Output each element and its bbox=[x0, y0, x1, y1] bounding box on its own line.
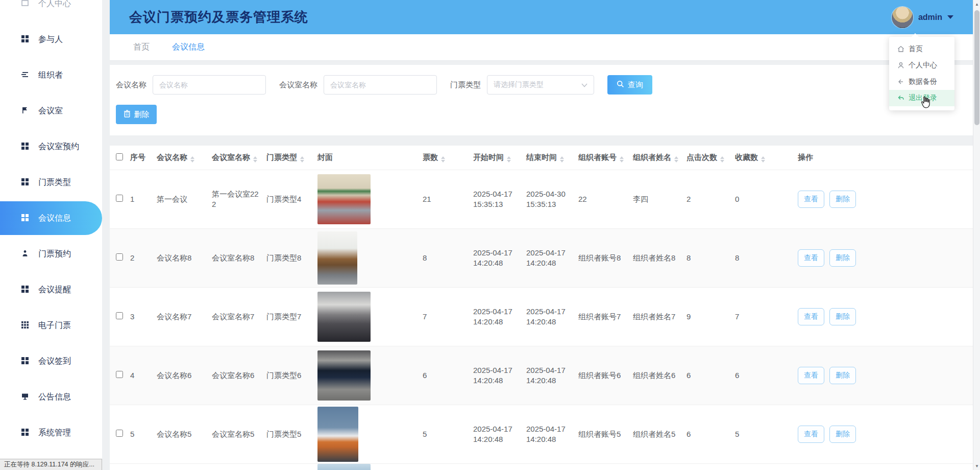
sidebar-item-participants[interactable]: 参与人 bbox=[0, 21, 102, 57]
sort-icon[interactable] bbox=[300, 156, 304, 162]
row-checkbox[interactable] bbox=[116, 312, 123, 319]
grid-icon bbox=[21, 35, 30, 43]
sort-icon[interactable] bbox=[620, 156, 624, 162]
main-area: 会议门票预约及票务管理系统 admin 首页 会议信息 会议名称 会议室名称 门… bbox=[102, 0, 973, 470]
grid-icon bbox=[21, 357, 30, 365]
ticket-type-label: 门票类型 bbox=[450, 80, 481, 90]
ticket-count: 21 bbox=[423, 170, 473, 228]
delete-button[interactable]: 删除 bbox=[829, 426, 856, 443]
menu-item-profile[interactable]: 个人中心 bbox=[889, 57, 954, 74]
sidebar-item-label: 参与人 bbox=[38, 34, 63, 45]
select-all-checkbox[interactable] bbox=[116, 153, 123, 160]
sidebar-item-system-management[interactable]: 系统管理 bbox=[0, 415, 102, 451]
meeting-name: 第一会议 bbox=[157, 194, 212, 204]
scroll-up-arrow[interactable]: ▲ bbox=[973, 0, 980, 8]
sort-icon[interactable] bbox=[507, 156, 511, 162]
sort-icon[interactable] bbox=[674, 156, 678, 162]
sidebar-item-label: 会议信息 bbox=[38, 213, 71, 224]
delete-button[interactable]: 删除 bbox=[829, 191, 856, 208]
chevron-down-icon bbox=[581, 81, 587, 89]
row-checkbox[interactable] bbox=[116, 430, 123, 437]
room-name: 会议室名称5 bbox=[212, 429, 266, 439]
view-button[interactable]: 查看 bbox=[798, 426, 824, 443]
view-button[interactable]: 查看 bbox=[798, 308, 824, 325]
row-checkbox[interactable] bbox=[116, 371, 123, 378]
sort-icon[interactable] bbox=[761, 156, 765, 162]
room-name-label: 会议室名称 bbox=[279, 80, 317, 90]
user-menu-trigger[interactable]: admin bbox=[892, 0, 953, 34]
scrollbar-thumb[interactable] bbox=[974, 10, 979, 125]
sort-icon[interactable] bbox=[441, 156, 445, 162]
click-count: 8 bbox=[687, 228, 735, 287]
col-clicks[interactable]: 点击次数 bbox=[687, 146, 735, 170]
col-organizer-account[interactable]: 组织者账号 bbox=[578, 146, 633, 170]
sort-icon[interactable] bbox=[253, 156, 257, 162]
sidebar-item-profile-partial[interactable]: 个人中心 bbox=[0, 0, 102, 21]
avatar[interactable] bbox=[892, 7, 913, 28]
ticket-type-select[interactable]: 请选择门票类型 bbox=[487, 75, 594, 95]
meeting-name-input[interactable] bbox=[153, 75, 266, 95]
sort-icon[interactable] bbox=[720, 156, 724, 162]
ticket-count: 8 bbox=[423, 228, 473, 287]
sidebar-item-ticket-reservation[interactable]: 门票预约 bbox=[0, 236, 102, 272]
menu-item-label: 首页 bbox=[909, 44, 923, 54]
col-ticket-type[interactable]: 门票类型 bbox=[266, 146, 317, 170]
table-header-row: 序号 会议名称 会议室名称 门票类型 封面 票数 开始时间 结束时间 组织者账号… bbox=[110, 146, 973, 170]
delete-button[interactable]: 删除 bbox=[829, 308, 856, 325]
sidebar-item-meeting-reminders[interactable]: 会议提醒 bbox=[0, 272, 102, 308]
room-name-input[interactable] bbox=[324, 75, 437, 95]
favorite-count: 7 bbox=[735, 287, 798, 346]
start-time: 2025-04-1714:20:48 bbox=[473, 365, 526, 386]
col-organizer-name[interactable]: 组织者姓名 bbox=[633, 146, 687, 170]
start-time: 2025-04-1714:20:48 bbox=[473, 248, 526, 268]
search-button[interactable]: 查询 bbox=[607, 75, 652, 95]
tab-home[interactable]: 首页 bbox=[133, 42, 150, 53]
table-row: 1 第一会议 第一会议室222 门票类型4 21 2025-04-1715:35… bbox=[110, 170, 973, 228]
meeting-name: 会议名称5 bbox=[157, 429, 212, 439]
view-button[interactable]: 查看 bbox=[798, 191, 824, 208]
trash-icon bbox=[124, 110, 131, 119]
sidebar-item-announcements[interactable]: 公告信息 bbox=[0, 379, 102, 415]
col-room-name[interactable]: 会议室名称 bbox=[212, 146, 266, 170]
list-icon bbox=[21, 71, 30, 79]
sort-icon[interactable] bbox=[560, 156, 564, 162]
sidebar-item-ticket-types[interactable]: 门票类型 bbox=[0, 165, 102, 200]
delete-button[interactable]: 删除 bbox=[829, 367, 856, 384]
col-seq: 序号 bbox=[130, 146, 157, 170]
end-time: 2025-04-3015:35:13 bbox=[526, 189, 578, 209]
ticket-count: 6 bbox=[423, 346, 473, 405]
sidebar-item-electronic-tickets[interactable]: 电子门票 bbox=[0, 308, 102, 343]
col-end-time[interactable]: 结束时间 bbox=[526, 146, 578, 170]
scroll-down-arrow[interactable]: ▼ bbox=[973, 462, 980, 470]
bulk-delete-button[interactable]: 删除 bbox=[116, 105, 157, 124]
meetings-table: 序号 会议名称 会议室名称 门票类型 封面 票数 开始时间 结束时间 组织者账号… bbox=[110, 146, 973, 470]
menu-item-label: 数据备份 bbox=[909, 77, 937, 86]
menu-item-data-backup[interactable]: 数据备份 bbox=[889, 74, 954, 90]
room-name: 会议室名称6 bbox=[212, 370, 266, 381]
sort-icon[interactable] bbox=[190, 156, 194, 162]
ticket-type: 门票类型7 bbox=[266, 312, 317, 322]
col-meeting-name[interactable]: 会议名称 bbox=[157, 146, 212, 170]
col-favorites[interactable]: 收藏数 bbox=[735, 146, 798, 170]
filter-panel: 会议名称 会议室名称 门票类型 请选择门票类型 查询 删除 bbox=[110, 65, 973, 135]
sidebar-item-label: 门票类型 bbox=[38, 177, 71, 188]
tab-meeting-info[interactable]: 会议信息 bbox=[172, 42, 205, 53]
row-checkbox[interactable] bbox=[116, 195, 123, 202]
col-start-time[interactable]: 开始时间 bbox=[473, 146, 526, 170]
sidebar-item-meeting-checkin[interactable]: 会议签到 bbox=[0, 343, 102, 379]
col-tickets[interactable]: 票数 bbox=[423, 146, 473, 170]
view-button[interactable]: 查看 bbox=[798, 249, 824, 267]
row-checkbox[interactable] bbox=[116, 253, 123, 261]
organizer-name: 组织者姓名8 bbox=[633, 253, 687, 263]
end-time: 2025-04-1714:20:48 bbox=[526, 365, 578, 386]
sidebar-item-meeting-rooms[interactable]: 会议室 bbox=[0, 93, 102, 129]
view-button[interactable]: 查看 bbox=[798, 367, 824, 384]
scrollbar[interactable]: ▲ ▼ bbox=[973, 0, 980, 470]
table-row: 5 会议名称5 会议室名称5 门票类型5 5 2025-04-1714:20:4… bbox=[110, 405, 973, 463]
sidebar-item-organizers[interactable]: 组织者 bbox=[0, 57, 102, 93]
organizer-account: 组织者账号7 bbox=[578, 312, 633, 322]
sidebar-item-meeting-info[interactable]: 会议信息 bbox=[0, 201, 102, 235]
menu-item-home[interactable]: 首页 bbox=[889, 41, 954, 57]
sidebar-item-room-reservation[interactable]: 会议室预约 bbox=[0, 129, 102, 165]
delete-button[interactable]: 删除 bbox=[829, 249, 856, 267]
